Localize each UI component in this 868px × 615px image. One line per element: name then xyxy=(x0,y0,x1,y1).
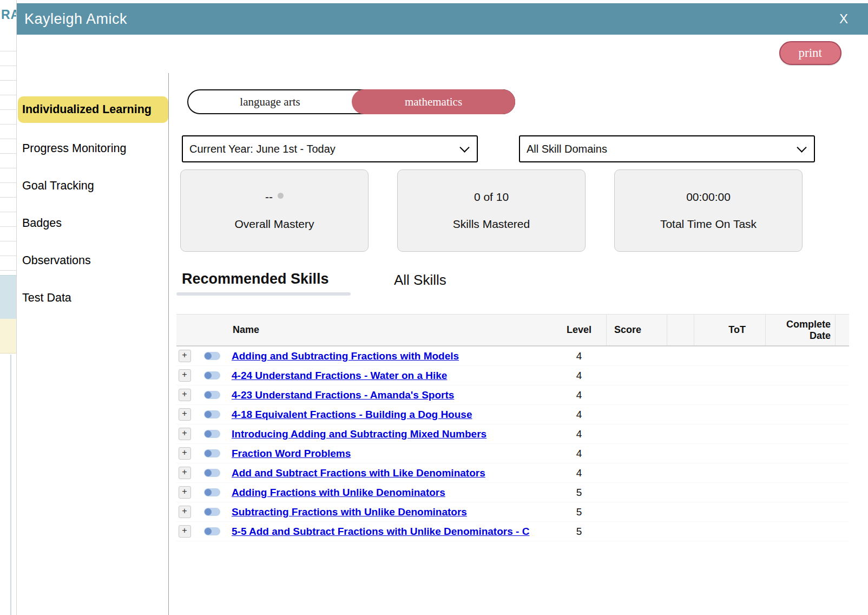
stat-cards: -- Overall Mastery 0 of 10 Skills Master… xyxy=(180,169,803,251)
sidebar-item[interactable]: Goal Tracking xyxy=(18,174,168,198)
print-button[interactable]: print xyxy=(779,41,841,65)
background-edge-line xyxy=(10,355,11,615)
background-page-sliver: RA xyxy=(0,0,16,615)
tab-recommended-skills[interactable]: Recommended Skills xyxy=(182,271,329,287)
expand-cell xyxy=(176,506,193,518)
expand-plus-icon[interactable] xyxy=(179,467,191,479)
stat-label: Total Time On Task xyxy=(660,218,757,231)
toggle-cell xyxy=(193,488,232,496)
skill-name-link[interactable]: 4-18 Equivalent Fractions - Building a D… xyxy=(232,409,552,421)
expand-plus-icon[interactable] xyxy=(179,447,191,460)
subject-toggle-option[interactable]: mathematics xyxy=(352,89,515,114)
level-value: 4 xyxy=(552,448,606,460)
table-row: Add and Subtract Fractions with Like Den… xyxy=(176,463,849,483)
sidebar-item[interactable]: Observations xyxy=(18,249,168,272)
skill-name-link[interactable]: Introducing Adding and Subtracting Mixed… xyxy=(232,428,552,440)
skill-name-link[interactable]: Adding and Subtracting Fractions with Mo… xyxy=(232,350,552,362)
screen: RA Kayleigh Amick X print Individualized… xyxy=(0,0,868,615)
expand-cell xyxy=(176,408,193,421)
header-expand-column xyxy=(176,315,193,345)
student-detail-modal: Kayleigh Amick X print Individualized Le… xyxy=(16,0,868,615)
sidebar-item[interactable]: Badges xyxy=(18,212,168,235)
table-header-row: Name Level Score ToT Complete Date xyxy=(176,314,849,346)
expand-cell xyxy=(176,369,193,382)
expand-cell xyxy=(176,467,193,479)
sidebar-divider xyxy=(168,73,169,615)
skill-name-link[interactable]: Adding Fractions with Unlike Denominator… xyxy=(232,487,552,499)
expand-plus-icon[interactable] xyxy=(179,506,191,518)
skill-toggle-switch[interactable] xyxy=(204,391,220,399)
table-row: Subtracting Fractions with Unlike Denomi… xyxy=(176,502,849,522)
stat-label: Skills Mastered xyxy=(453,218,530,231)
skill-toggle-switch[interactable] xyxy=(204,488,220,496)
date-range-select[interactable]: Current Year: June 1st - Today xyxy=(182,135,478,162)
expand-plus-icon[interactable] xyxy=(179,389,191,401)
skill-toggle-switch[interactable] xyxy=(204,508,220,516)
header-toggle-column xyxy=(193,315,232,345)
skill-name-link[interactable]: 5-5 Add and Subtract Fractions with Unli… xyxy=(232,526,552,538)
sidebar-item[interactable]: Progress Monitoring xyxy=(18,137,168,160)
background-highlight-row-blue xyxy=(0,275,16,319)
level-value: 5 xyxy=(552,487,606,499)
toggle-cell xyxy=(193,449,232,457)
expand-plus-icon[interactable] xyxy=(179,408,191,421)
expand-cell xyxy=(176,447,193,460)
tab-all-skills[interactable]: All Skills xyxy=(394,272,446,289)
stat-value: 00:00:00 xyxy=(686,191,731,204)
expand-cell xyxy=(176,525,193,538)
skill-toggle-switch[interactable] xyxy=(204,430,220,438)
level-value: 4 xyxy=(552,428,606,440)
expand-cell xyxy=(176,389,193,401)
level-value: 5 xyxy=(552,526,606,538)
expand-plus-icon[interactable] xyxy=(179,525,191,538)
expand-cell xyxy=(176,486,193,499)
toggle-cell xyxy=(193,391,232,399)
skill-name-link[interactable]: 4-23 Understand Fractions - Amanda's Spo… xyxy=(232,389,552,401)
background-table-lines xyxy=(0,37,16,275)
header-spacer xyxy=(667,315,694,345)
toggle-cell xyxy=(193,430,232,438)
skill-domain-select[interactable]: All Skill Domains xyxy=(519,135,815,162)
header-name: Name xyxy=(232,315,552,345)
background-highlight-row-yellow xyxy=(0,319,16,354)
skills-table: Name Level Score ToT Complete Date xyxy=(176,314,849,541)
table-body: Adding and Subtracting Fractions with Mo… xyxy=(176,346,849,541)
expand-plus-icon[interactable] xyxy=(179,428,191,440)
stat-card: 0 of 10 Skills Mastered xyxy=(397,169,586,252)
level-value: 4 xyxy=(552,350,606,362)
table-row: Adding Fractions with Unlike Denominator… xyxy=(176,483,849,502)
expand-plus-icon[interactable] xyxy=(179,350,191,362)
sidebar-nav: Individualized Learning Progress Monitor… xyxy=(18,96,168,324)
skill-toggle-switch[interactable] xyxy=(204,352,220,360)
mastery-status-dot-icon xyxy=(278,193,284,199)
background-clipped-text: RA xyxy=(1,8,16,22)
toggle-cell xyxy=(193,469,232,477)
toggle-cell xyxy=(193,352,232,360)
sidebar-item[interactable]: Individualized Learning xyxy=(18,96,168,123)
modal-header: Kayleigh Amick X xyxy=(17,3,868,35)
skill-name-link[interactable]: Subtracting Fractions with Unlike Denomi… xyxy=(232,506,552,518)
skill-domain-value: All Skill Domains xyxy=(527,143,607,155)
header-score: Score xyxy=(606,315,667,345)
stat-value: 0 of 10 xyxy=(474,191,509,204)
chevron-down-icon xyxy=(459,142,469,152)
level-value: 4 xyxy=(552,409,606,421)
sidebar-item[interactable]: Test Data xyxy=(18,286,168,310)
expand-plus-icon[interactable] xyxy=(179,369,191,382)
skill-toggle-switch[interactable] xyxy=(204,371,220,380)
subject-toggle-option[interactable]: language arts xyxy=(188,90,352,113)
table-row: 4-23 Understand Fractions - Amanda's Spo… xyxy=(176,385,849,405)
skill-toggle-switch[interactable] xyxy=(204,410,220,418)
skill-name-link[interactable]: 4-24 Understand Fractions - Water on a H… xyxy=(232,370,552,382)
level-value: 4 xyxy=(552,370,606,382)
skill-name-link[interactable]: Fraction Word Problems xyxy=(232,448,552,460)
expand-plus-icon[interactable] xyxy=(179,486,191,499)
skill-toggle-switch[interactable] xyxy=(204,469,220,477)
skill-toggle-switch[interactable] xyxy=(204,527,220,535)
stat-card: 00:00:00 Total Time On Task xyxy=(614,169,803,252)
skill-name-link[interactable]: Add and Subtract Fractions with Like Den… xyxy=(232,467,552,479)
stat-card: -- Overall Mastery xyxy=(180,169,369,252)
close-button[interactable]: X xyxy=(832,3,856,35)
skill-toggle-switch[interactable] xyxy=(204,449,220,457)
toggle-cell xyxy=(193,527,232,535)
